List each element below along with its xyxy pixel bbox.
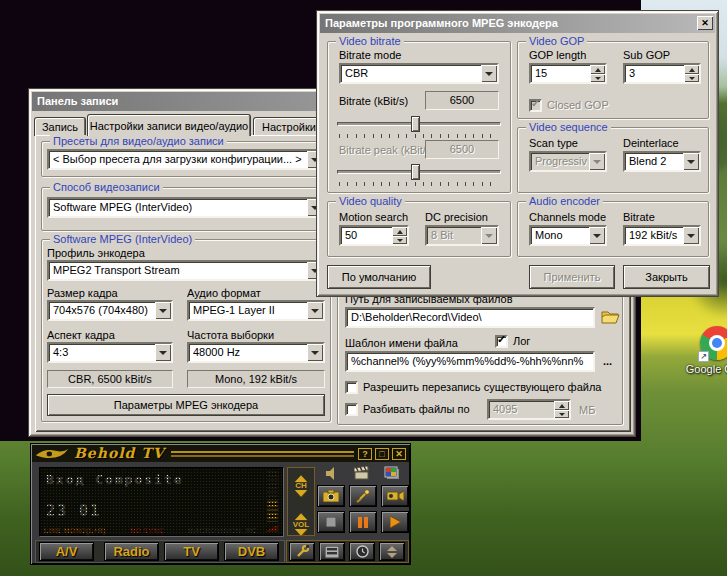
record-method-group-label: Способ видеозаписи (50, 181, 163, 194)
sub-gop-spinner[interactable]: 3 (623, 63, 701, 84)
audio-bitrate-label: Bitrate (623, 211, 655, 223)
sample-rate-label: Частота выборки (187, 329, 274, 341)
bitrate-mode-combobox[interactable]: CBR (339, 63, 499, 84)
mpeg-encoder-dialog: Параметры программного MPEG энкодера ✕ V… (316, 10, 719, 297)
chevron-down-icon[interactable] (589, 153, 605, 170)
aspect-combobox[interactable]: 4:3 (47, 342, 173, 363)
chevron-down-icon[interactable] (307, 302, 323, 319)
video-record-button[interactable] (381, 485, 409, 507)
spinner-down-icon[interactable] (590, 74, 605, 83)
gop-length-spinner[interactable]: 15 (529, 63, 607, 84)
audio-status: LINE MONO(L+R) (44, 527, 106, 534)
desktop-icon-google-chrome[interactable]: ↗ Google Chro (682, 326, 727, 375)
chevron-down-icon[interactable] (589, 227, 605, 244)
chrome-icon: ↗ (700, 326, 727, 360)
chevron-down-icon[interactable] (683, 227, 699, 244)
mode-av-button[interactable]: A/V (39, 542, 94, 561)
sample-rate-combobox[interactable]: 48000 Hz (187, 342, 325, 363)
channel-down-button[interactable] (295, 490, 307, 503)
audio-record-button[interactable] (349, 485, 377, 507)
timer-clock-icon (356, 545, 369, 558)
collapse-button[interactable] (379, 542, 405, 561)
scan-type-label: Scan type (529, 137, 578, 149)
spinner-up-icon[interactable] (392, 227, 407, 236)
volume-up-button[interactable] (295, 507, 307, 520)
clapperboard-icon (354, 466, 370, 480)
mode-radio-button[interactable]: Radio (104, 542, 159, 561)
playlist-button[interactable] (319, 542, 345, 561)
template-more-button[interactable]: ... (603, 355, 612, 367)
mode-tv-button[interactable]: TV (164, 542, 219, 561)
behold-titlebar[interactable]: Behold TV ? □ ✕ (32, 445, 409, 462)
slider-thumb[interactable] (411, 164, 420, 180)
tab-record[interactable]: Запись (34, 117, 86, 136)
chevron-down-icon[interactable] (307, 344, 323, 361)
mpeg-dialog-titlebar[interactable]: Параметры программного MPEG энкодера ✕ (320, 14, 715, 33)
scheduler-indicator[interactable] (349, 465, 375, 481)
chevron-down-icon[interactable] (481, 65, 497, 82)
dc-precision-label: DC precision (425, 211, 488, 223)
spinner-down-icon[interactable] (684, 74, 699, 83)
chevron-down-icon[interactable] (481, 227, 497, 244)
sub-gop-label: Sub GOP (623, 49, 670, 61)
spinner-down-icon[interactable] (554, 410, 569, 419)
pause-button[interactable] (349, 511, 377, 533)
bitrate-value: 6500 (425, 91, 499, 110)
close-button[interactable]: Закрыть (623, 265, 710, 289)
chevron-down-icon[interactable] (155, 344, 171, 361)
macrovision-status: MACROVISION (188, 527, 241, 534)
help-button[interactable]: ? (358, 448, 372, 460)
split-size-spinner[interactable]: 4095 (487, 399, 571, 420)
stop-icon (326, 517, 336, 527)
frame-size-combobox[interactable]: 704x576 (704x480) (47, 300, 173, 321)
motion-search-spinner[interactable]: 50 (339, 225, 409, 246)
play-button[interactable] (381, 511, 409, 533)
mute-toggle[interactable] (319, 465, 345, 481)
bitrate-slider[interactable] (337, 115, 501, 139)
audio-bitrate-combobox[interactable]: 192 kBit/s (623, 225, 701, 246)
encoder-profile-combobox[interactable]: MPEG2 Transport Stream (47, 260, 325, 281)
bitrate-peak-slider[interactable] (337, 163, 501, 187)
spinner-up-icon[interactable] (684, 65, 699, 74)
preset-combobox[interactable]: < Выбор пресета для загрузки конфигураци… (47, 149, 325, 170)
audio-format-combobox[interactable]: MPEG-1 Layer II (187, 300, 325, 321)
deinterlace-combobox[interactable]: Blend 2 (623, 151, 701, 172)
settings-button[interactable] (289, 542, 315, 561)
tv-mode-indicator[interactable] (379, 465, 405, 481)
dc-precision-combobox[interactable]: 8 Bit (425, 225, 499, 246)
spinner-up-icon[interactable] (590, 65, 605, 74)
scan-type-combobox[interactable]: Progressive (529, 151, 607, 172)
snapshot-button[interactable] (317, 485, 345, 507)
chevron-down-icon[interactable] (155, 302, 171, 319)
timer-button[interactable] (349, 542, 375, 561)
minimize-button[interactable]: □ (375, 448, 389, 460)
tab-record-settings[interactable]: Настройки записи видео/аудио (87, 114, 251, 136)
rc-status: RC (246, 527, 257, 534)
filename-template-input[interactable]: %channel% (%yy%%mm%%dd%-%hh%%nn% (345, 351, 595, 372)
mpeg-dialog-title: Параметры программного MPEG энкодера (325, 17, 558, 29)
sync-status: NO SYNC (130, 527, 164, 534)
record-method-combobox[interactable]: Software MPEG (InterVideo) (47, 197, 325, 218)
close-icon[interactable]: ✕ (697, 16, 713, 30)
speaker-icon (325, 467, 339, 480)
snapshot-camera-icon (323, 490, 339, 502)
channel-up-button[interactable] (295, 469, 307, 482)
check-icon: ✓ (531, 97, 540, 110)
defaults-button[interactable]: По умолчанию (327, 265, 431, 289)
deinterlace-label: Deinterlace (623, 137, 679, 149)
spinner-down-icon[interactable] (392, 236, 407, 245)
apply-button[interactable]: Применить (529, 265, 615, 289)
close-button[interactable]: ✕ (392, 448, 406, 460)
ch-label: CH (288, 482, 314, 490)
stop-button[interactable] (317, 511, 345, 533)
spinner-up-icon[interactable] (554, 401, 569, 410)
record-path-input[interactable]: D:\Beholder\Record\Video\ (345, 307, 595, 328)
check-icon: ✓ (497, 333, 506, 346)
chevron-down-icon[interactable] (683, 153, 699, 170)
mpeg-encoder-params-button[interactable]: Параметры MPEG энкодера (47, 394, 325, 416)
browse-folder-button[interactable] (601, 308, 621, 326)
signal-level-icon (264, 525, 278, 532)
channels-mode-combobox[interactable]: Mono (529, 225, 607, 246)
slider-thumb[interactable] (411, 116, 420, 132)
mode-dvb-button[interactable]: DVB (224, 542, 279, 561)
